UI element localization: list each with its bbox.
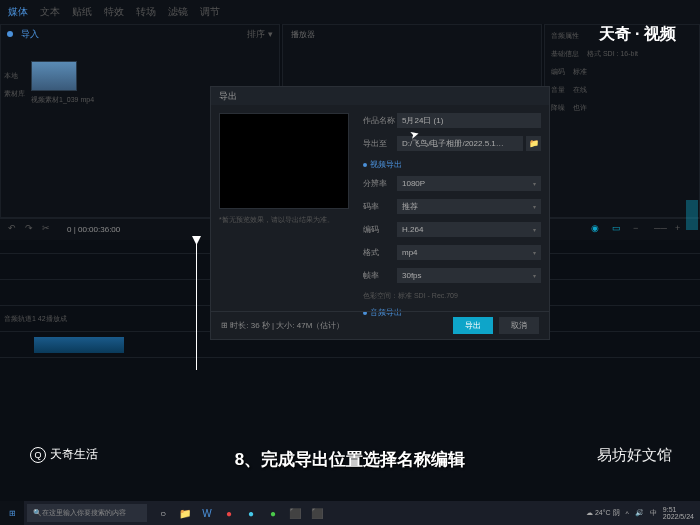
codec-select[interactable]: H.264▾	[397, 222, 541, 237]
tool-icon[interactable]: ▭	[612, 223, 626, 237]
start-button[interactable]: ⊞	[0, 501, 24, 525]
info-value: 标准	[573, 67, 587, 77]
info-value: 也许	[573, 103, 587, 113]
info-label: 基础信息	[551, 49, 579, 59]
colorspace-note: 色彩空间：标准 SDI - Rec.709	[363, 291, 541, 301]
preview-title: 播放器	[283, 25, 541, 44]
import-icon	[7, 31, 13, 37]
taskbar-app-icon[interactable]: ⬛	[285, 503, 305, 523]
taskbar-app-icon[interactable]: W	[197, 503, 217, 523]
cut-icon[interactable]: ✂	[42, 223, 56, 237]
taskbar-app-icon[interactable]: ○	[153, 503, 173, 523]
frame-marker	[686, 200, 698, 230]
tab-filter[interactable]: 滤镜	[168, 5, 188, 19]
dialog-title: 导出	[211, 87, 549, 105]
watermark-bottom-right: 易坊好文馆	[597, 446, 672, 465]
top-toolbar: 媒体 文本 贴纸 特效 转场 滤镜 调节	[0, 0, 700, 24]
import-button[interactable]: 导入	[21, 28, 39, 41]
weather[interactable]: ☁ 24°C 阴	[586, 508, 620, 518]
tray-icon[interactable]: 🔊	[635, 509, 644, 517]
tab-media[interactable]: 媒体	[8, 5, 28, 19]
resolution-select[interactable]: 1080P▾	[397, 176, 541, 191]
media-thumbnail[interactable]	[31, 61, 77, 91]
duration-size: ⊞ 时长: 36 秒 | 大小: 47M（估计）	[221, 320, 344, 331]
format-label: 格式	[363, 247, 397, 258]
taskbar-app-icon[interactable]: ●	[263, 503, 283, 523]
clock[interactable]: 9:512022/5/24	[663, 506, 694, 520]
taskbar-app-icon[interactable]: ●	[241, 503, 261, 523]
name-label: 作品名称	[363, 115, 397, 126]
info-label: 编码	[551, 67, 565, 77]
zoom-slider[interactable]: ──	[654, 223, 668, 237]
export-dialog: 导出 *暂无预览效果，请以导出结果为准。 作品名称5月24日 (1) 导出至D:…	[210, 86, 550, 340]
taskbar-search[interactable]: 🔍 在这里输入你要搜索的内容	[27, 504, 147, 522]
media-sidebar: 本地 素材库	[1, 67, 29, 127]
info-value: 格式 SDI : 16-bit	[587, 49, 638, 59]
tutorial-caption: 8、完成导出位置选择名称编辑	[0, 448, 700, 471]
info-label: 降噪	[551, 103, 565, 113]
bitrate-select[interactable]: 推荐▾	[397, 199, 541, 214]
info-value: 在线	[573, 85, 587, 95]
properties-panel: 音频属性 基础信息格式 SDI : 16-bit 编码标准 音量在线 降噪也许	[544, 24, 700, 218]
fps-select[interactable]: 30fps▾	[397, 268, 541, 283]
bitrate-label: 码率	[363, 201, 397, 212]
tray-icon[interactable]: 中	[650, 508, 657, 518]
tab-sticker[interactable]: 贴纸	[72, 5, 92, 19]
fps-label: 帧率	[363, 270, 397, 281]
export-button[interactable]: 导出	[453, 317, 493, 334]
sidebar-library[interactable]: 素材库	[1, 85, 29, 103]
watermark-top: 天奇 · 视频	[599, 24, 676, 45]
total-time: 00:00:36:00	[78, 225, 120, 234]
preview-note: *暂无预览效果，请以导出结果为准。	[219, 215, 349, 225]
resolution-label: 分辨率	[363, 178, 397, 189]
export-preview	[219, 113, 349, 209]
info-label: 音量	[551, 85, 565, 95]
browse-folder-icon[interactable]: 📁	[526, 136, 541, 151]
name-input[interactable]: 5月24日 (1)	[397, 113, 541, 128]
taskbar-app-icon[interactable]: 📁	[175, 503, 195, 523]
cancel-button[interactable]: 取消	[499, 317, 539, 334]
tray-icon[interactable]: ^	[626, 510, 629, 517]
windows-taskbar: ⊞ 🔍 在这里输入你要搜索的内容 ○ 📁 W ● ● ● ⬛ ⬛ ☁ 24°C …	[0, 501, 700, 525]
tab-transition[interactable]: 转场	[136, 5, 156, 19]
playhead[interactable]	[196, 240, 197, 370]
format-select[interactable]: mp4▾	[397, 245, 541, 260]
tab-effect[interactable]: 特效	[104, 5, 124, 19]
tab-adjust[interactable]: 调节	[200, 5, 220, 19]
undo-icon[interactable]: ↶	[8, 223, 22, 237]
path-label: 导出至	[363, 138, 397, 149]
current-time: 0	[67, 225, 71, 234]
zoom-out-icon[interactable]: −	[633, 223, 647, 237]
tab-text[interactable]: 文本	[40, 5, 60, 19]
audio-clip[interactable]	[34, 337, 124, 353]
track-label: 音频轨道1 42播放成	[4, 314, 67, 324]
sort-dropdown[interactable]: 排序 ▾	[247, 28, 273, 41]
sidebar-local[interactable]: 本地	[1, 67, 29, 85]
redo-icon[interactable]: ↷	[25, 223, 39, 237]
taskbar-app-icon[interactable]: ●	[219, 503, 239, 523]
codec-label: 编码	[363, 224, 397, 235]
tool-icon[interactable]: ◉	[591, 223, 605, 237]
taskbar-app-icon[interactable]: ⬛	[307, 503, 327, 523]
video-section: 视频导出	[363, 159, 541, 170]
media-filename: 视频素材1_039 mp4	[31, 95, 94, 105]
